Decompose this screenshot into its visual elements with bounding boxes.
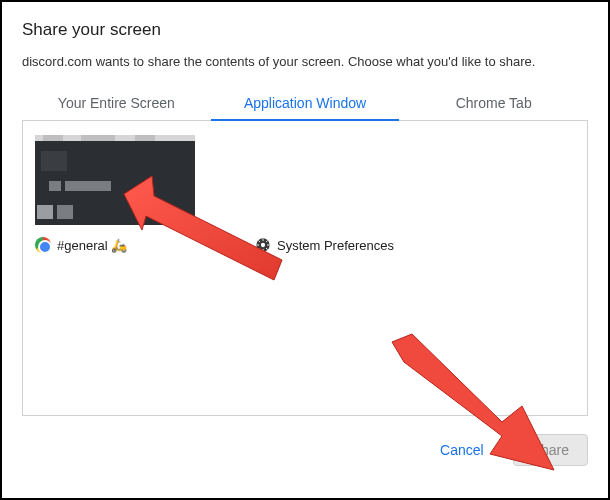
gear-icon — [255, 237, 271, 253]
window-label-text: #general 🛵 — [57, 238, 127, 253]
tab-application-window[interactable]: Application Window — [211, 85, 400, 120]
window-option-general[interactable]: #general 🛵 — [35, 135, 195, 253]
svg-point-1 — [261, 243, 265, 247]
window-preview-empty — [255, 135, 394, 225]
chrome-icon — [35, 237, 51, 253]
window-preview — [35, 135, 195, 225]
window-label: System Preferences — [255, 237, 394, 253]
window-option-sysprefs[interactable]: System Preferences — [255, 135, 394, 253]
tab-chrome-tab[interactable]: Chrome Tab — [399, 85, 588, 120]
cancel-button[interactable]: Cancel — [421, 434, 503, 466]
share-button[interactable]: Share — [513, 434, 588, 466]
dialog-subtitle: discord.com wants to share the contents … — [22, 54, 588, 69]
window-picker-panel: #general 🛵 — [22, 121, 588, 416]
tab-entire-screen[interactable]: Your Entire Screen — [22, 85, 211, 120]
dialog-footer: Cancel Share — [22, 434, 588, 466]
tab-bar: Your Entire Screen Application Window Ch… — [22, 85, 588, 121]
window-label: #general 🛵 — [35, 237, 195, 253]
window-label-text: System Preferences — [277, 238, 394, 253]
dialog-title: Share your screen — [22, 20, 588, 40]
